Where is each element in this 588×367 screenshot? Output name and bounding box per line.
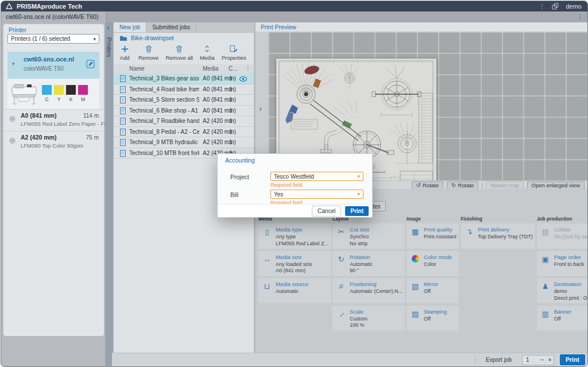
table-row[interactable]: Technical_3 Bikes gear assemb... A0 (841… <box>114 74 254 84</box>
print-delivery-icon: ↴ <box>465 227 474 236</box>
ink-color-swatch <box>54 85 64 95</box>
settings-group-finishing: Finishing ↴ Print delivery Top Delivery … <box>461 216 535 333</box>
table-row[interactable]: Technical_4 Road bike frame - ... A0 (84… <box>114 84 254 95</box>
printer-selector[interactable]: Printers (1 / 6) selected ▾ <box>7 34 99 44</box>
mirror-icon: ▧ <box>411 282 420 291</box>
trash-icon <box>176 44 183 53</box>
copies-value[interactable]: 1 <box>523 357 539 363</box>
ink-letter: C <box>45 96 48 102</box>
copies-stepper[interactable]: 1 − + <box>522 355 554 365</box>
field-select[interactable]: Tesco Westfield ▾ <box>270 172 363 181</box>
rotate-right-button[interactable]: ↻ Rotate <box>447 181 478 190</box>
drawing-icon <box>120 129 126 136</box>
title-bar: PRISMAproduce Tech ⋮ demo <box>1 1 587 11</box>
jobs-toolbar: Add Remove Remove all Media <box>118 44 246 61</box>
dialog-print-button[interactable]: Print <box>345 206 369 216</box>
cut-size-icon: ✂ <box>336 227 346 236</box>
print-button[interactable]: Print <box>560 354 585 365</box>
revert-crop-button[interactable]: Revert crop <box>486 181 523 190</box>
setting-tile[interactable]: ▦ Print quality Print Assistant <box>407 223 459 249</box>
properties-button[interactable]: Properties <box>222 44 246 61</box>
page-order-icon: ▣ <box>541 255 550 264</box>
printer-tab[interactable]: cwt60-sns.oce.nl (colorWAVE T60) <box>1 11 107 22</box>
export-job-button[interactable]: Export job <box>481 356 516 364</box>
increment-icon[interactable]: + <box>546 357 554 363</box>
setting-tile[interactable]: ⊔ Media source Automatic <box>258 278 331 303</box>
printer-tab-strip: cwt60-sns.oce.nl (colorWAVE T60) ⋮ <box>1 11 587 22</box>
setting-tile[interactable]: ↻ Rotation Automatic 90 ° <box>332 251 405 276</box>
bottom-action-bar: Export job 1 − + Print <box>112 353 587 366</box>
open-enlarged-view-button[interactable]: Open enlarged view <box>527 181 585 190</box>
setting-tile[interactable]: ▥ Banner Off <box>537 306 588 331</box>
settings-group-media: Media ▯ Media type Any type LFM055 Red L… <box>258 216 331 333</box>
drawing-icon <box>120 75 126 82</box>
ink-letter: K <box>69 96 73 102</box>
media-roll-item[interactable]: ◎ A0 (841 mm) 114 m LFM055 Red Label Zer… <box>3 109 104 131</box>
table-row[interactable]: Technical_7 Roadbike handle a... A2 (420… <box>114 116 254 127</box>
expand-right-icon[interactable]: › <box>259 103 262 113</box>
collapse-left-icon[interactable]: ‹ <box>107 24 109 32</box>
add-button[interactable]: Add <box>118 44 131 61</box>
drawing-icon <box>120 96 126 103</box>
media-button[interactable]: Media <box>200 44 215 61</box>
ink-swatch-item: Y <box>54 85 64 102</box>
printer-name: cwt60-sns.oce.nl <box>24 56 74 63</box>
color-mode-icon <box>412 255 419 262</box>
table-row[interactable]: Technical_8 Pedal - A2 - CeeCe... A2 (42… <box>114 127 254 138</box>
decrement-icon[interactable]: − <box>539 357 546 363</box>
banner-icon: ▥ <box>541 310 550 318</box>
setting-tile[interactable]: ▨ Stamping Off <box>407 306 459 331</box>
edit-printer-icon[interactable] <box>86 60 95 68</box>
eye-icon[interactable] <box>239 76 247 82</box>
setting-tile[interactable]: ♟ Destination demo Direct print : On <box>537 278 588 303</box>
remove-all-button[interactable]: Remove all <box>165 44 193 61</box>
setting-tile[interactable]: ▯ Media type Any type LFM055 Red Label Z… <box>258 223 331 249</box>
tab-new-job[interactable]: New job <box>114 22 146 32</box>
column-options-icon[interactable]: ⋮ <box>245 65 251 71</box>
settings-group-job-production: Job production ▤ Collate On (Sort by set… <box>537 216 588 333</box>
setting-tile[interactable]: ✂ Cut size Synchro No strip <box>332 223 405 249</box>
dialog-field-row: Project Tesco Westfield ▾ Required field <box>230 172 366 190</box>
remove-button[interactable]: Remove <box>138 44 158 61</box>
titlebar-menu-icon[interactable]: ⋮ <box>539 3 545 10</box>
setting-tile[interactable]: ▧ Mirror Off <box>407 278 459 303</box>
media-roll-item[interactable]: ◎ A2 (420 mm) 75 m LFM090 Top Color 90gs… <box>3 131 104 153</box>
printer-card: ▾ cwt60-sns.oce.nl colorWAVE T60 <box>7 52 99 109</box>
table-row[interactable]: Technical_9 MTB hydraulic bra... A2 (420… <box>114 137 254 148</box>
accounting-dialog: Accounting Project Tesco Westfield ▾ Req… <box>217 153 373 218</box>
setting-tile[interactable]: Color mode Color <box>407 251 459 276</box>
switch-workspace-icon[interactable] <box>552 3 559 10</box>
setting-tile[interactable]: ▤ Collate On (Sort by set) <box>537 223 588 249</box>
setting-tile[interactable]: ↴ Print delivery Top Delivery Tray (TDT) <box>461 223 535 249</box>
ink-color-swatch <box>66 85 76 95</box>
printers-rail[interactable]: ‹ Printers <box>105 22 113 366</box>
app-window: PRISMAproduce Tech ⋮ demo cwt60-sns.oce.… <box>1 1 588 367</box>
user-name[interactable]: demo <box>566 3 582 10</box>
tab-submitted-jobs[interactable]: Submitted jobs <box>146 22 196 32</box>
tabstrip-menu-icon[interactable]: ⋮ <box>577 14 583 20</box>
setting-tile[interactable]: ↔ Scale Custom 100 % <box>332 306 405 331</box>
properties-icon <box>230 44 238 53</box>
ink-color-swatch <box>78 85 88 95</box>
settings-group-layout: Layout ✂ Cut size Synchro No strip ↻ Rot… <box>332 216 405 333</box>
rotate-left-button[interactable]: ↺ Rotate <box>412 181 443 190</box>
jobs-table-header: Name Media C... ⋮ <box>114 64 254 74</box>
setting-tile[interactable]: ▣ Page order Front to back <box>537 251 588 276</box>
setting-tile[interactable]: ↔ Media size Any loaded size A0 (841 mm) <box>258 251 331 276</box>
jobs-tabs: New job Submitted jobs <box>114 22 254 33</box>
field-select[interactable]: Yes ▾ <box>270 190 363 199</box>
printer-card-body: C Y K <box>7 79 99 109</box>
table-row[interactable]: Technical_5 Store section Side ... A0 (8… <box>114 95 254 106</box>
preview-title: Print Preview <box>261 24 296 30</box>
collapse-chevron-icon[interactable]: ▾ <box>12 61 15 67</box>
cancel-button[interactable]: Cancel <box>312 206 341 217</box>
printer-sidebar: Printer Printers (1 / 6) selected ▾ ▾ cw… <box>3 24 104 336</box>
job-folder[interactable]: Bike-drawingset <box>119 34 174 41</box>
ink-swatch-item: K <box>66 85 76 102</box>
media-size-icon: ↔ <box>262 255 272 264</box>
ink-swatch-item: C <box>42 85 52 102</box>
setting-tile[interactable]: # Positioning Automatic (Center).N... <box>332 278 405 303</box>
table-row[interactable]: Technical_6 Bike shop - A1 - C... A0 (84… <box>114 106 254 117</box>
rotate-ccw-icon: ↺ <box>416 182 421 189</box>
printer-card-header[interactable]: ▾ cwt60-sns.oce.nl colorWAVE T60 <box>7 52 99 79</box>
